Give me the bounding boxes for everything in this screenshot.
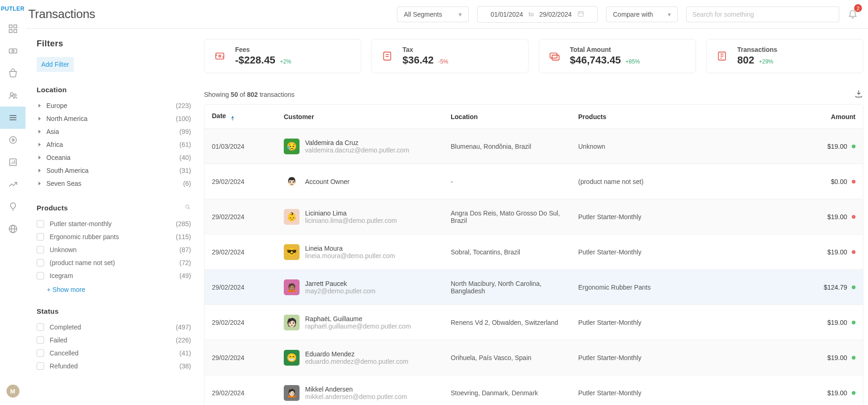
table-row[interactable]: 29/02/2024 👶 Liciniano Lima liciniano.li… — [204, 199, 863, 234]
nav-customers[interactable] — [0, 84, 26, 107]
table-row[interactable]: 29/02/2024 😁 Eduardo Mendez eduardo.mend… — [204, 340, 863, 375]
metric-label: Transactions — [737, 46, 777, 53]
table-row[interactable]: 29/02/2024 🙍🏻 Mikkel Andersen mikkel.and… — [204, 375, 863, 405]
status-filter-item[interactable]: Cancelled (41) — [37, 347, 191, 360]
location-filter-item[interactable]: Seven Seas (6) — [37, 177, 191, 190]
product-filter-item[interactable]: Putler starter-monthly (285) — [37, 217, 191, 230]
show-more-products[interactable]: + Show more — [37, 282, 191, 293]
nav-subscriptions[interactable] — [0, 129, 26, 151]
segment-selector[interactable]: All Segments ▾ — [397, 6, 469, 22]
product-filter-item[interactable]: Ergonomic rubber pants (115) — [37, 230, 191, 243]
nav-audiences[interactable] — [0, 151, 26, 173]
status-filter-item[interactable]: Refunded (38) — [37, 360, 191, 373]
checkbox[interactable] — [37, 336, 44, 344]
customer-avatar: 🧑🏻 — [284, 315, 300, 330]
nav-insights[interactable] — [0, 173, 26, 196]
calendar-icon — [577, 10, 584, 19]
checkbox[interactable] — [37, 362, 44, 370]
download-button[interactable] — [854, 89, 863, 100]
checkbox[interactable] — [37, 246, 44, 253]
caret-right-icon — [38, 130, 41, 133]
transactions-table: Date ▲▼ Customer Location Products Amoun… — [204, 104, 863, 405]
location-count: (6) — [183, 180, 191, 187]
nav-web[interactable] — [0, 218, 26, 240]
cell-product: Putler Starter-Monthly — [578, 389, 713, 397]
compare-selector[interactable]: Compare with ▾ — [606, 6, 678, 22]
cell-product: Unknown — [578, 143, 713, 150]
col-header-location[interactable]: Location — [451, 113, 578, 120]
metric-card[interactable]: Transactions 802 +29% — [706, 39, 863, 73]
location-filter-item[interactable]: Europe (223) — [37, 99, 191, 112]
caret-right-icon — [38, 143, 41, 146]
table-row[interactable]: 01/03/2024 😥 Valdemira da Cruz valdemira… — [204, 129, 863, 164]
date-range-picker[interactable]: 01/01/2024 to 29/02/2024 — [477, 6, 598, 23]
metric-value: $46,743.45 — [570, 54, 621, 66]
metric-card[interactable]: Tax $36.42 -5% — [371, 39, 529, 73]
table-row[interactable]: 29/02/2024 🧑🏻 RaphaëL Guillaume raphaël.… — [204, 305, 863, 340]
metric-delta: +2% — [280, 58, 291, 65]
location-name: Seven Seas — [46, 180, 82, 187]
search-box[interactable] — [686, 6, 839, 22]
nav-sales[interactable] — [0, 40, 26, 62]
location-name: Africa — [46, 141, 63, 148]
product-filter-item[interactable]: Unknown (87) — [37, 243, 191, 256]
cell-date: 29/02/2024 — [212, 213, 284, 221]
nav-tips[interactable] — [0, 196, 26, 218]
cell-product: Ergonomic Rubber Pants — [578, 284, 713, 291]
product-filter-item[interactable]: Icegram (49) — [37, 269, 191, 282]
customer-email: may2@demo.putler.com — [305, 287, 376, 295]
location-filter-item[interactable]: North America (100) — [37, 112, 191, 125]
cell-location: Blumenau, Rondônia, Brazil — [451, 143, 578, 150]
product-count: (115) — [176, 233, 191, 240]
chevron-down-icon: ▾ — [459, 11, 462, 18]
checkbox[interactable] — [37, 220, 44, 228]
date-to-word: to — [529, 11, 534, 18]
product-name: (product name not set) — [50, 259, 115, 266]
table-row[interactable]: 29/02/2024 😎 Lineia Moura lineia.moura@d… — [204, 234, 863, 270]
search-input[interactable] — [692, 11, 833, 18]
metric-card[interactable]: Total Amount $46,743.45 +85% — [539, 39, 696, 73]
nav-transactions[interactable] — [0, 107, 26, 129]
svg-point-7 — [14, 94, 16, 96]
metric-delta: -5% — [438, 58, 448, 65]
filter-group-status-title: Status — [37, 307, 191, 315]
status-name: Cancelled — [50, 349, 78, 357]
checkbox[interactable] — [37, 272, 44, 279]
metric-card[interactable]: Fees -$228.45 +2% — [204, 39, 361, 73]
customer-avatar: 🙍🏽 — [284, 279, 300, 295]
location-count: (61) — [179, 141, 191, 148]
location-filter-item[interactable]: Asia (99) — [37, 125, 191, 138]
status-filter-item[interactable]: Failed (226) — [37, 334, 191, 347]
search-icon[interactable] — [185, 204, 191, 212]
customer-avatar: 😎 — [284, 244, 300, 260]
table-row[interactable]: 29/02/2024 🙍🏽 Jarrett Paucek may2@demo.p… — [204, 270, 863, 305]
col-header-customer[interactable]: Customer — [284, 113, 451, 120]
cell-location: Orihuela, País Vasco, Spain — [451, 354, 578, 361]
location-filter-item[interactable]: Africa (61) — [37, 138, 191, 151]
caret-right-icon — [38, 182, 41, 185]
add-filter-button[interactable]: Add Filter — [37, 57, 74, 72]
nav-products[interactable] — [0, 62, 26, 84]
checkbox[interactable] — [37, 259, 44, 266]
product-name: Putler starter-monthly — [50, 220, 112, 228]
col-header-products[interactable]: Products — [578, 113, 713, 120]
product-filter-item[interactable]: (product name not set) (72) — [37, 256, 191, 269]
col-header-amount[interactable]: Amount — [713, 113, 855, 120]
checkbox[interactable] — [37, 233, 44, 240]
location-filter-item[interactable]: South America (31) — [37, 164, 191, 177]
checkbox[interactable] — [37, 349, 44, 357]
location-count: (100) — [176, 115, 191, 122]
status-filter-item[interactable]: Completed (497) — [37, 321, 191, 334]
table-row[interactable]: 29/02/2024 👨🏻 Account Owner - (product n… — [204, 164, 863, 199]
status-count: (497) — [176, 323, 191, 331]
table-header: Date ▲▼ Customer Location Products Amoun… — [204, 105, 863, 129]
topbar: Transactions All Segments ▾ 01/01/2024 t… — [26, 0, 868, 29]
notifications-button[interactable]: 2 — [848, 8, 858, 20]
cell-amount: $124.79 — [823, 284, 847, 291]
user-avatar[interactable]: M — [6, 385, 19, 398]
col-header-date[interactable]: Date ▲▼ — [212, 112, 284, 121]
location-filter-item[interactable]: Oceania (40) — [37, 151, 191, 164]
checkbox[interactable] — [37, 323, 44, 331]
nav-dashboard[interactable] — [0, 18, 26, 40]
svg-rect-29 — [552, 55, 559, 60]
